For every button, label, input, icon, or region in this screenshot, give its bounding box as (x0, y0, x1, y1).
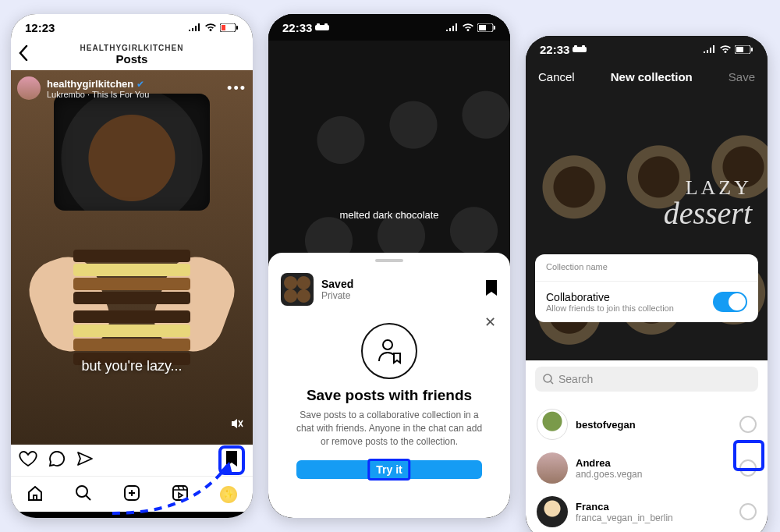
svg-rect-15 (582, 45, 585, 48)
status-bar: 22:33 (268, 14, 510, 41)
friend-row[interactable]: bestofvegan (535, 403, 758, 446)
svg-rect-8 (324, 23, 328, 26)
cancel-button[interactable]: Cancel (538, 70, 575, 83)
status-icons (704, 45, 753, 54)
promo-body: Save posts to a collaborative collection… (287, 409, 491, 448)
save-icon-highlighted[interactable] (218, 445, 245, 475)
sheet-grabber[interactable] (375, 259, 403, 262)
friend-row[interactable]: Franca franca_vegan_in_berlin (535, 490, 758, 532)
comment-icon[interactable] (48, 450, 66, 470)
post-action-bar (11, 445, 253, 476)
verified-icon: ✔ (136, 79, 144, 90)
more-icon[interactable]: ••• (227, 80, 246, 97)
collection-name-label[interactable]: Collection name (546, 262, 747, 271)
back-chevron-icon[interactable] (19, 45, 28, 66)
select-radio[interactable] (739, 503, 757, 520)
sleep-icon (573, 45, 587, 53)
svg-rect-2 (236, 26, 238, 30)
phone-screen-3: 22:33 Cancel New collection Save LAZY de… (526, 36, 768, 532)
new-collection-header: Cancel New collection Save (526, 62, 768, 91)
close-icon[interactable]: ✕ (484, 314, 496, 331)
header-title: Posts (11, 52, 253, 66)
svg-rect-7 (317, 23, 320, 26)
svg-point-12 (383, 340, 392, 349)
battery-low-icon (220, 23, 239, 32)
profile-tab-icon[interactable]: ✨ (220, 486, 237, 503)
post-media[interactable]: healthygirlkitchen ✔ Lukrembo · This Is … (11, 70, 253, 445)
radio-highlight (733, 440, 764, 471)
avatar[interactable] (17, 76, 41, 100)
avatar (537, 409, 568, 440)
svg-rect-5 (173, 486, 187, 500)
svg-rect-6 (315, 25, 329, 30)
cellular-icon (189, 23, 201, 31)
svg-rect-17 (736, 47, 743, 52)
video-caption-overlay: but you're lazy... (11, 358, 253, 374)
saved-collection-row[interactable]: Saved Private (268, 268, 510, 310)
wifi-icon (204, 23, 217, 32)
header-title: New collection (611, 70, 693, 83)
svg-point-3 (76, 486, 87, 497)
search-placeholder: Search (558, 373, 593, 385)
try-it-button[interactable]: Try it (296, 460, 482, 479)
create-icon[interactable] (123, 484, 140, 505)
collaborative-toggle[interactable] (713, 292, 747, 312)
svg-rect-10 (479, 25, 486, 30)
save-sheet: Saved Private ✕ Save posts with friends … (268, 253, 510, 518)
sleep-icon (315, 23, 329, 31)
search-input[interactable]: Search (535, 367, 758, 392)
video-caption-overlay: melted dark chocolate (268, 209, 510, 221)
post-author-row[interactable]: healthygirlkitchen ✔ Lukrembo · This Is … (17, 76, 246, 100)
collaborative-subtitle: Allow friends to join this collection (546, 303, 674, 313)
avatar (537, 496, 568, 527)
home-icon[interactable] (27, 484, 44, 505)
svg-rect-18 (751, 48, 753, 51)
mute-icon[interactable] (229, 417, 243, 434)
status-bar: 22:33 (526, 36, 768, 62)
status-time: 22:33 (282, 21, 312, 34)
avatar (537, 452, 568, 484)
promo-title: Save posts with friends (287, 387, 491, 404)
search-icon (543, 374, 554, 385)
bottom-nav: ✨ (11, 476, 253, 512)
status-icons (189, 23, 239, 32)
status-bar: 12:23 (11, 14, 253, 41)
friend-username: franca_vegan_in_berlin (576, 512, 673, 523)
collection-subtitle: Private (321, 290, 353, 301)
background-text: LAZY dessert (664, 176, 752, 232)
collection-title: Saved (321, 278, 353, 290)
friend-name: bestofvegan (576, 419, 636, 431)
svg-rect-1 (222, 25, 225, 30)
share-icon[interactable] (76, 451, 94, 470)
search-icon[interactable] (75, 484, 92, 505)
header-subtitle: HEALTHYGIRLKITCHEN (11, 44, 253, 52)
collaborative-title: Collaborative (546, 291, 674, 303)
svg-point-19 (544, 374, 551, 382)
save-button[interactable]: Save (729, 70, 755, 83)
post-audio[interactable]: Lukrembo · This Is For You (47, 90, 149, 99)
collection-thumb (281, 273, 314, 306)
person-bookmark-icon (361, 323, 417, 379)
try-it-label: Try it (367, 459, 410, 481)
like-icon[interactable] (19, 450, 37, 470)
friend-name: Franca (576, 501, 673, 512)
svg-rect-14 (574, 45, 577, 48)
collection-settings-card: Collection name Collaborative Allow frie… (535, 254, 758, 322)
phone-screen-1: 12:23 HEALTHYGIRLKITCHEN Posts he (11, 14, 253, 518)
status-icons (446, 23, 496, 32)
collab-promo: ✕ Save posts with friends Save posts to … (268, 310, 510, 490)
status-time: 12:23 (25, 21, 55, 34)
friend-name: Andrea (576, 457, 642, 469)
post-username[interactable]: healthygirlkitchen (47, 78, 133, 90)
phone-screen-2: 22:33 melted dark chocolate Saved Privat… (268, 14, 510, 518)
profile-header: HEALTHYGIRLKITCHEN Posts (11, 41, 253, 70)
select-radio[interactable] (739, 416, 757, 433)
status-time: 22:33 (540, 43, 569, 56)
svg-rect-13 (573, 47, 587, 52)
friend-username: and.goes.vegan (576, 469, 642, 480)
bookmark-filled-icon[interactable] (485, 280, 498, 299)
friends-sheet: Search bestofvegan Andrea and.goes.vegan (526, 360, 768, 532)
reels-icon[interactable] (172, 484, 189, 505)
svg-rect-11 (494, 26, 495, 30)
friend-row[interactable]: Andrea and.goes.vegan (535, 446, 758, 490)
